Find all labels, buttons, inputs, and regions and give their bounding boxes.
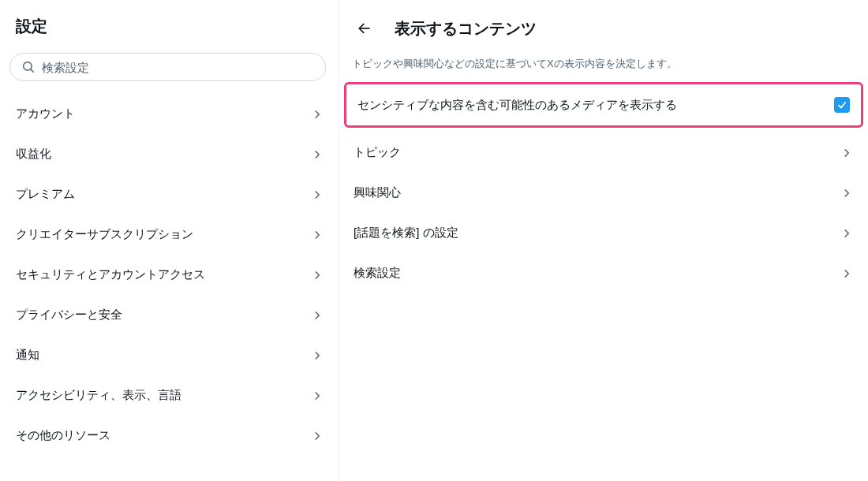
main-title: 表示するコンテンツ — [395, 18, 537, 39]
sidebar-item-accessibility[interactable]: アクセシビリティ、表示、言語 — [0, 375, 339, 416]
sidebar-item-privacy[interactable]: プライバシーと安全 — [0, 295, 339, 335]
search-icon — [21, 60, 36, 74]
chevron-right-icon — [310, 429, 324, 443]
chevron-right-icon — [840, 146, 854, 160]
main-header: 表示するコンテンツ — [339, 8, 868, 50]
sidebar-item-label: プライバシーと安全 — [16, 308, 122, 323]
chevron-right-icon — [840, 186, 854, 200]
main-item-label: [話題を検索] の設定 — [354, 226, 458, 240]
settings-sidebar: 設定 アカウント 収益化 プレミアム — [0, 0, 339, 481]
chevron-right-icon — [310, 268, 324, 282]
sidebar-item-other[interactable]: その他のリソース — [0, 416, 339, 456]
main-item-label: 興味関心 — [354, 185, 401, 200]
sidebar-item-creator-subs[interactable]: クリエイターサブスクリプション — [0, 214, 339, 255]
main-description: トピックや興味関心などの設定に基づいてXの表示内容を決定します。 — [339, 50, 868, 82]
sidebar-item-account[interactable]: アカウント — [0, 94, 339, 134]
main-item-label: トピック — [354, 145, 401, 160]
sidebar-item-label: クリエイターサブスクリプション — [16, 227, 193, 242]
sidebar-item-label: 収益化 — [16, 147, 51, 162]
chevron-right-icon — [310, 308, 324, 323]
sidebar-item-label: プレミアム — [16, 187, 75, 202]
sidebar-item-label: アカウント — [16, 106, 75, 121]
sensitive-media-setting[interactable]: センシティブな内容を含む可能性のあるメディアを表示する — [344, 82, 863, 128]
sidebar-item-label: セキュリティとアカウントアクセス — [16, 267, 205, 282]
main-item-interests[interactable]: 興味関心 — [339, 173, 868, 213]
sidebar-list: アカウント 収益化 プレミアム クリエイターサブスクリプション セキュリティとア… — [0, 94, 339, 456]
svg-point-0 — [24, 62, 32, 71]
chevron-right-icon — [310, 107, 324, 121]
chevron-right-icon — [310, 349, 324, 363]
main-panel: 表示するコンテンツ トピックや興味関心などの設定に基づいてXの表示内容を決定しま… — [339, 0, 868, 481]
chevron-right-icon — [840, 267, 854, 281]
back-button[interactable] — [350, 14, 379, 43]
chevron-right-icon — [310, 147, 324, 162]
chevron-right-icon — [840, 226, 854, 240]
search-container — [0, 50, 339, 91]
main-item-label: 検索設定 — [354, 266, 401, 281]
sidebar-item-label: 通知 — [16, 348, 39, 363]
sidebar-item-monetization[interactable]: 収益化 — [0, 134, 339, 174]
sensitive-media-checkbox[interactable] — [834, 97, 850, 113]
main-item-explore-settings[interactable]: [話題を検索] の設定 — [339, 213, 868, 253]
sidebar-item-premium[interactable]: プレミアム — [0, 174, 339, 214]
sidebar-item-label: その他のリソース — [16, 428, 110, 443]
search-input[interactable] — [42, 61, 314, 74]
sensitive-media-label: センシティブな内容を含む可能性のあるメディアを表示する — [357, 98, 677, 113]
main-item-search-settings[interactable]: 検索設定 — [339, 253, 868, 293]
page-title: 設定 — [0, 9, 339, 50]
chevron-right-icon — [310, 188, 324, 202]
chevron-right-icon — [310, 389, 324, 403]
chevron-right-icon — [310, 228, 324, 242]
arrow-left-icon — [357, 21, 372, 36]
sidebar-item-notifications[interactable]: 通知 — [0, 335, 339, 375]
search-box[interactable] — [9, 53, 326, 81]
sidebar-item-security[interactable]: セキュリティとアカウントアクセス — [0, 255, 339, 295]
sidebar-item-label: アクセシビリティ、表示、言語 — [16, 388, 181, 403]
svg-line-1 — [31, 69, 34, 73]
main-item-topics[interactable]: トピック — [339, 132, 868, 173]
check-icon — [836, 99, 847, 110]
